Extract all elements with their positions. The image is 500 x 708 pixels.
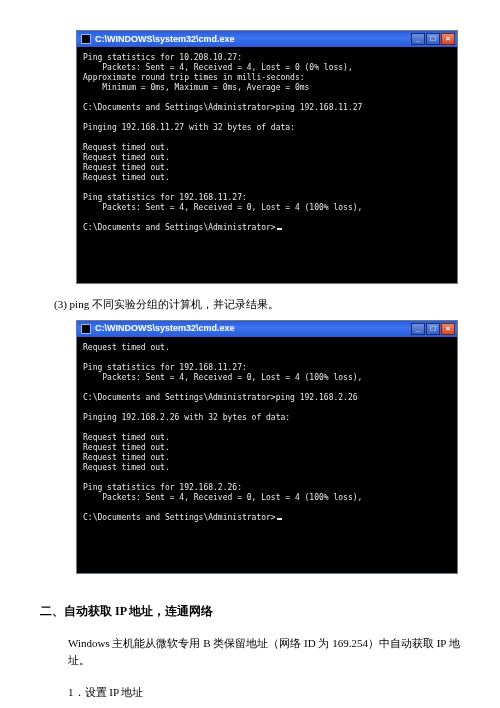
cmd-output-text-2: Request timed out. Ping statistics for 1… (83, 343, 362, 522)
cursor-icon (277, 228, 282, 230)
cmd-window-buttons: _ □ × (411, 323, 455, 335)
cmd-output-1: Ping statistics for 10.208.10.27: Packet… (77, 47, 457, 283)
cursor-icon (277, 518, 282, 520)
cmd-output-text-1: Ping statistics for 10.208.10.27: Packet… (83, 53, 362, 232)
cmd-title-2: C:\WINDOWS\system32\cmd.exe (95, 321, 407, 335)
cmd-window-1: C:\WINDOWS\system32\cmd.exe _ □ × Ping s… (76, 30, 458, 284)
cmd-output-2: Request timed out. Ping statistics for 1… (77, 337, 457, 573)
section-heading-2: 二、自动获取 IP 地址，连通网络 (40, 602, 478, 621)
caption-3: (3) ping 不同实验分组的计算机，并记录结果。 (54, 296, 478, 314)
document-page: C:\WINDOWS\system32\cmd.exe _ □ × Ping s… (0, 0, 500, 708)
close-button[interactable]: × (441, 323, 455, 335)
maximize-button[interactable]: □ (426, 33, 440, 45)
cmd-icon (81, 324, 91, 334)
maximize-button[interactable]: □ (426, 323, 440, 335)
body-paragraph: Windows 主机能从微软专用 B 类保留地址（网络 ID 为 169.254… (68, 635, 478, 670)
close-button[interactable]: × (441, 33, 455, 45)
cmd-icon (81, 34, 91, 44)
cmd-window-buttons: _ □ × (411, 33, 455, 45)
minimize-button[interactable]: _ (411, 323, 425, 335)
step-1: 1．设置 IP 地址 (68, 684, 478, 702)
cmd-titlebar-1: C:\WINDOWS\system32\cmd.exe _ □ × (77, 31, 457, 47)
cmd-window-2: C:\WINDOWS\system32\cmd.exe _ □ × Reques… (76, 320, 458, 574)
minimize-button[interactable]: _ (411, 33, 425, 45)
cmd-titlebar-2: C:\WINDOWS\system32\cmd.exe _ □ × (77, 321, 457, 337)
cmd-title-1: C:\WINDOWS\system32\cmd.exe (95, 32, 407, 46)
